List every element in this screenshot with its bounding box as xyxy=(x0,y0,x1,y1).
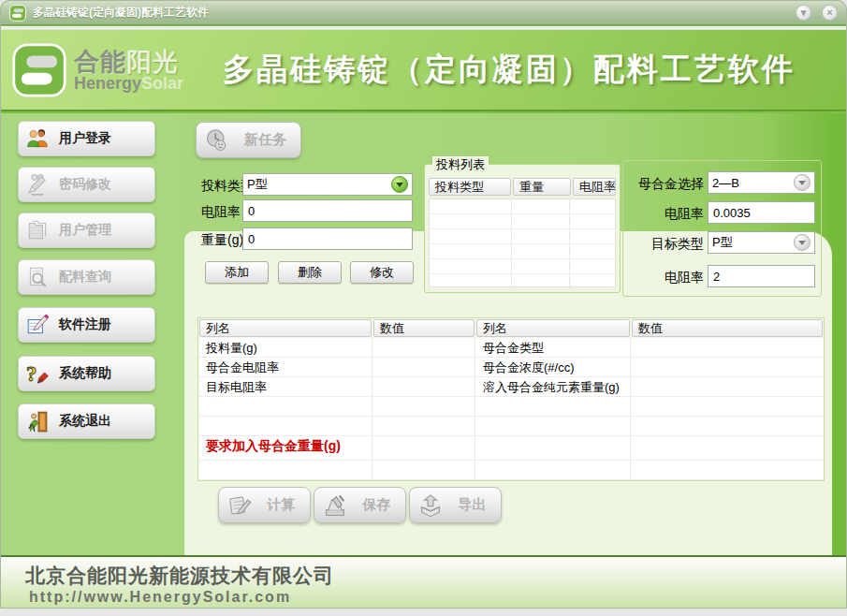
target-type-label: 目标类型 xyxy=(625,236,704,253)
save-icon xyxy=(322,492,348,519)
results-col-name-2[interactable]: 列名 xyxy=(476,319,630,337)
feed-resistivity-input[interactable] xyxy=(242,199,413,222)
chevron-down-icon[interactable] xyxy=(794,234,810,251)
minimize-button[interactable]: ▾ xyxy=(796,5,811,21)
company-name: 北京合能阳光新能源技术有限公司 xyxy=(25,563,846,589)
feed-weight-input[interactable] xyxy=(242,227,413,250)
sidebar-item-user-login[interactable]: 用户登录 xyxy=(18,121,155,156)
svg-text:?: ? xyxy=(26,362,37,386)
result-cell: 母合金浓度(#/cc) xyxy=(475,358,631,377)
result-cell xyxy=(198,397,372,417)
export-icon xyxy=(417,492,444,519)
chevron-down-icon[interactable] xyxy=(794,174,810,191)
sidebar-item-system-help[interactable]: ? 系统帮助 xyxy=(18,356,155,391)
sidebar-item-user-management: 用户管理 xyxy=(18,213,155,248)
brand-cn-primary: 合能 xyxy=(74,48,126,76)
result-cell xyxy=(372,377,475,397)
alloy-select-value: 2—B xyxy=(712,176,794,190)
window-title: 多晶硅铸锭(定向凝固)配料工艺软件 xyxy=(33,5,789,21)
feed-type-value: P型 xyxy=(247,176,391,193)
feed-list-headers: 投料类型 重量 电阻率 xyxy=(429,178,616,196)
alloy-resistivity-input[interactable] xyxy=(708,201,815,224)
alloy-group: 母合金选择 2—B 电阻率 目标类型 P型 电阻率 xyxy=(622,160,822,297)
feed-list-table[interactable] xyxy=(429,198,616,287)
users-icon xyxy=(25,126,50,151)
result-cell: 溶入母合金纯元素重量(g) xyxy=(475,377,631,397)
brand-logo: 合能阳光 HenergySolar xyxy=(12,43,183,97)
brand-cn-secondary: 阳光 xyxy=(126,48,179,76)
brand-en-primary: Henergy xyxy=(74,74,141,93)
sidebar-item-label: 密码修改 xyxy=(59,176,111,193)
new-task-icon xyxy=(204,127,230,154)
results-table: 列名 数值 列名 数值 投料量(g) 母合金类型 母合金电阻率 母合金浓度(#/… xyxy=(197,317,825,481)
notepad-pen-icon xyxy=(25,313,50,337)
result-cell xyxy=(475,436,631,461)
result-cell: 投料量(g) xyxy=(198,338,372,358)
pencil-icon xyxy=(25,172,50,197)
chevron-down-icon[interactable] xyxy=(391,176,408,193)
save-button: 保存 xyxy=(314,487,406,523)
new-task-label: 新任务 xyxy=(238,131,293,149)
modify-button[interactable]: 修改 xyxy=(350,261,414,284)
sidebar-item-label: 用户登录 xyxy=(59,130,111,147)
result-cell: 母合金类型 xyxy=(475,338,631,358)
feed-weight-label: 重量(g) xyxy=(201,232,243,249)
sidebar-item-batch-query: 配料查询 xyxy=(18,259,155,295)
sidebar-item-label: 配料查询 xyxy=(59,269,111,286)
folders-icon xyxy=(25,218,50,242)
feed-list-col-resistivity[interactable]: 电阻率 xyxy=(573,178,616,196)
alloy-select-combo[interactable]: 2—B xyxy=(708,171,815,194)
alloy-select-label: 母合金选择 xyxy=(625,176,704,193)
alloy-resistivity-label: 电阻率 xyxy=(625,206,704,223)
results-col-value-2[interactable]: 数值 xyxy=(632,319,823,337)
feed-list-col-type[interactable]: 投料类型 xyxy=(429,178,511,196)
sidebar-item-label: 软件注册 xyxy=(59,316,111,333)
calculate-button: 计算 xyxy=(218,487,311,523)
target-resistivity-input[interactable] xyxy=(708,265,815,287)
brand-logo-icon xyxy=(12,43,66,97)
page-title: 多晶硅铸锭（定向凝固）配料工艺软件 xyxy=(183,49,835,91)
app-window: 多晶硅铸锭(定向凝固)配料工艺软件 ▾ × 合能阳光 HenergySolar … xyxy=(0,0,847,609)
result-cell: 目标电阻率 xyxy=(198,377,372,397)
sidebar-item-system-exit[interactable]: 系统退出 xyxy=(18,403,155,439)
target-resistivity-label: 电阻率 xyxy=(625,270,704,286)
results-col-name-1[interactable]: 列名 xyxy=(199,319,372,337)
sidebar-item-label: 系统退出 xyxy=(59,413,111,430)
feed-list-col-weight[interactable]: 重量 xyxy=(513,178,571,196)
feed-list-group: 投料列表 投料类型 重量 电阻率 xyxy=(424,164,621,293)
table-row: 母合金电阻率 母合金浓度(#/cc) xyxy=(198,358,824,377)
feed-type-combo[interactable]: P型 xyxy=(242,173,413,196)
delete-button[interactable]: 删除 xyxy=(278,261,342,284)
header-banner: 合能阳光 HenergySolar 多晶硅铸锭（定向凝固）配料工艺软件 xyxy=(1,30,846,111)
result-cell xyxy=(475,397,631,417)
company-url: http://www.HenergySolar.com xyxy=(29,589,846,606)
feed-resistivity-label: 电阻率 xyxy=(201,204,241,221)
footer: 北京合能阳光新能源技术有限公司 http://www.HenergySolar.… xyxy=(1,555,846,609)
calculate-label: 计算 xyxy=(260,496,302,514)
result-cell xyxy=(631,338,824,358)
result-cell xyxy=(631,397,824,417)
new-task-button: 新任务 xyxy=(196,122,301,158)
sidebar-item-software-register[interactable]: 软件注册 xyxy=(18,307,155,343)
result-cell xyxy=(372,397,475,417)
result-cell xyxy=(198,461,372,480)
table-row xyxy=(198,417,824,436)
app-logo-icon xyxy=(9,5,26,22)
result-cell xyxy=(198,417,372,436)
table-row: 投料量(g) 母合金类型 xyxy=(198,338,824,358)
content-area: 用户登录 密码修改 用户管理 配料查询 软件注册 ? 系统帮助 系统退出 xyxy=(1,113,846,555)
results-col-value-1[interactable]: 数值 xyxy=(373,319,475,337)
result-cell xyxy=(631,417,824,436)
sidebar-item-label: 系统帮助 xyxy=(59,365,111,382)
table-row xyxy=(198,461,824,480)
table-row: 目标电阻率 溶入母合金纯元素重量(g) xyxy=(198,377,824,397)
result-cell xyxy=(631,436,824,461)
target-type-combo[interactable]: P型 xyxy=(708,231,815,254)
result-cell xyxy=(475,461,631,480)
sidebar-item-label: 用户管理 xyxy=(59,222,111,239)
add-button[interactable]: 添加 xyxy=(205,261,269,284)
close-button[interactable]: × xyxy=(822,5,838,21)
question-mark-icon: ? xyxy=(25,361,50,386)
screen: 多晶硅铸锭(定向凝固)配料工艺软件 ▾ × 合能阳光 HenergySolar … xyxy=(0,0,847,616)
export-label: 导出 xyxy=(451,496,493,514)
